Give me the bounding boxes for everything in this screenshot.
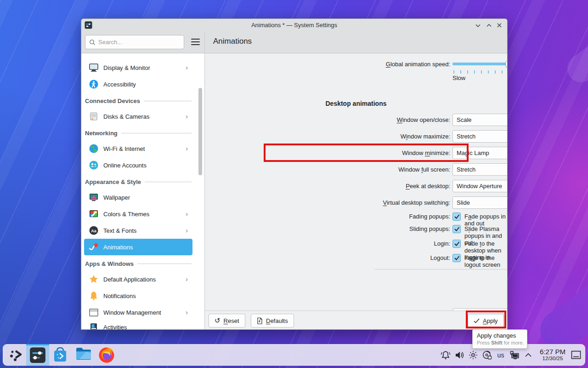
sidebar-item-label: Animations — [103, 244, 133, 251]
show-desktop-icon[interactable] — [570, 344, 582, 366]
dropdown-Virtual-desktop-switching-[interactable]: Slide — [452, 196, 508, 209]
footer-bar: ↺Reset Defaults Apply — [205, 310, 507, 329]
menu-icon[interactable] — [191, 39, 200, 46]
notifications-bell-icon[interactable] — [439, 344, 452, 366]
clock-time: 6:27 PM — [535, 348, 570, 356]
sidebar-section-connected-devices: Connected Devices — [85, 96, 192, 105]
sidebar-item-label: Default Applications — [103, 276, 156, 283]
animations-settings-panel: Global animation speed:SlowInstantiDeskt… — [205, 54, 507, 310]
dropdown-Peek-at-desktop-[interactable]: Window Aperture — [452, 180, 508, 192]
close-icon[interactable] — [495, 21, 504, 30]
system-settings-icon — [29, 347, 46, 363]
chevron-right-icon: › — [186, 227, 188, 234]
sidebar-item-online-accounts[interactable]: Online Accounts — [84, 157, 192, 173]
slider-min-label: Slow — [452, 75, 465, 81]
desktop-animations-heading: Desktop animations — [205, 100, 507, 107]
volume-icon[interactable] — [452, 344, 466, 366]
row-label: Logout: — [205, 254, 450, 261]
sidebar-item-label: Colors & Themes — [103, 211, 149, 218]
sidebar-item-partial[interactable] — [84, 53, 192, 59]
slider-handle[interactable] — [505, 59, 508, 69]
dropdown-windowminimize-[interactable]: Magic Lamp — [452, 147, 508, 159]
digital-clock[interactable]: 6:27 PM12/30/25 — [535, 348, 570, 362]
partial-icon — [89, 53, 99, 56]
sidebar-item-label: Text & Fonts — [103, 227, 136, 234]
sidebar-scrollbar[interactable] — [198, 88, 202, 175]
dropdown-value: Magic Lamp — [457, 150, 508, 156]
system-settings-app-icon — [85, 21, 92, 29]
row-label: Fading popups: — [205, 213, 450, 220]
checkbox-fading-popups-[interactable] — [452, 213, 461, 221]
chevron-right-icon: › — [186, 309, 188, 316]
dropdown-value: Stretch — [457, 166, 508, 173]
sidebar-item-text-fonts[interactable]: AaText & Fonts› — [84, 222, 192, 239]
search-input[interactable]: Search... — [85, 35, 184, 49]
dropdown-value: Scale — [457, 116, 508, 123]
slider-ticks — [453, 70, 508, 74]
row-label: Window maximize: — [205, 133, 450, 140]
checkbox-label: Fade popups in and out — [464, 213, 507, 227]
window-title: Animations * — System Settings — [81, 22, 507, 29]
monitor-icon — [89, 63, 99, 73]
reset-icon: ↺ — [215, 316, 220, 325]
maximize-button[interactable] — [484, 21, 493, 30]
bell-orange-icon — [89, 291, 99, 301]
globe-icon — [89, 144, 99, 154]
sidebar-item-default-applications[interactable]: Default Applications› — [84, 271, 192, 288]
chevron-right-icon: › — [186, 276, 188, 283]
taskbar-task-dolphin[interactable] — [72, 344, 95, 366]
sidebar-item-label: Disks & Cameras — [103, 113, 149, 120]
minimize-button[interactable] — [473, 21, 482, 30]
chevron-right-icon: › — [186, 145, 188, 152]
apply-tooltip: Apply changes Press Shift for more. — [472, 329, 527, 349]
sidebar: Display & Monitor›AccessibilityConnected… — [81, 53, 204, 329]
sidebar-item-activities[interactable]: Activities — [84, 319, 192, 329]
clock-date: 12/30/25 — [535, 356, 570, 362]
chevron-right-icon: › — [186, 64, 188, 71]
sidebar-item-disks-cameras[interactable]: Disks & Cameras› — [84, 108, 192, 125]
dropdown-value: Window Aperture — [457, 183, 508, 190]
row-label: Window open/close: — [205, 116, 450, 123]
chevron-right-icon: › — [186, 113, 188, 120]
checkbox-logout-[interactable] — [452, 254, 461, 262]
divider — [374, 269, 508, 270]
taskbar-task-discover[interactable] — [49, 344, 72, 366]
dolphin-icon — [75, 347, 92, 363]
tooltip-subtitle: Press Shift for more. — [477, 340, 523, 345]
accessibility-icon — [89, 79, 99, 89]
sidebar-item-display-monitor[interactable]: Display & Monitor› — [84, 59, 192, 76]
chevron-right-icon: › — [186, 210, 188, 218]
checkbox-login-[interactable] — [452, 240, 461, 248]
global-animation-speed-label: Global animation speed: — [205, 61, 450, 68]
animation-speed-slider[interactable] — [452, 59, 508, 69]
svg-text:Aa: Aa — [91, 229, 96, 233]
accounts-icon — [89, 160, 99, 170]
taskbar-task-system-settings[interactable] — [26, 344, 49, 366]
defaults-button[interactable]: Defaults — [251, 314, 294, 328]
sidebar-item-notifications[interactable]: Notifications — [84, 288, 192, 304]
toolbar: Search... Animations — [81, 31, 507, 53]
sidebar-item-accessibility[interactable]: Accessibility — [84, 76, 192, 92]
sidebar-item-window-management[interactable]: Window Management› — [84, 304, 192, 321]
application-launcher-icon[interactable] — [6, 344, 26, 366]
apply-button[interactable]: Apply — [468, 314, 504, 328]
sidebar-item-wallpaper[interactable]: Wallpaper — [84, 189, 192, 206]
window-icon — [89, 307, 99, 317]
sidebar-item-label: Wi-Fi & Internet — [103, 145, 145, 152]
defaults-icon — [257, 317, 263, 324]
dropdown-window-maximize-[interactable]: Stretch — [452, 130, 508, 143]
dropdown-windowfull-screen-[interactable]: Stretch — [452, 163, 508, 176]
sidebar-item-label: Window Management — [103, 309, 161, 316]
search-icon — [89, 39, 96, 46]
sidebar-item-animations[interactable]: Animations — [84, 239, 192, 255]
sidebar-item-label: Notifications — [103, 293, 136, 299]
checkbox-sliding-popups-[interactable] — [452, 225, 461, 233]
dropdown-Window-open-close-[interactable]: Scale — [452, 114, 508, 126]
checkbox-label: Fade to the logout screen — [464, 254, 507, 268]
sidebar-item-wi-fi-internet[interactable]: Wi-Fi & Internet› — [84, 140, 192, 157]
sidebar-item-colors-themes[interactable]: Colors & Themes› — [84, 206, 192, 222]
titlebar[interactable]: Animations * — System Settings — [81, 19, 507, 31]
reset-button[interactable]: ↺Reset — [209, 314, 245, 328]
taskbar-task-firefox[interactable] — [95, 344, 118, 366]
sidebar-section-appearance-style: Appearance & Style — [85, 177, 192, 186]
